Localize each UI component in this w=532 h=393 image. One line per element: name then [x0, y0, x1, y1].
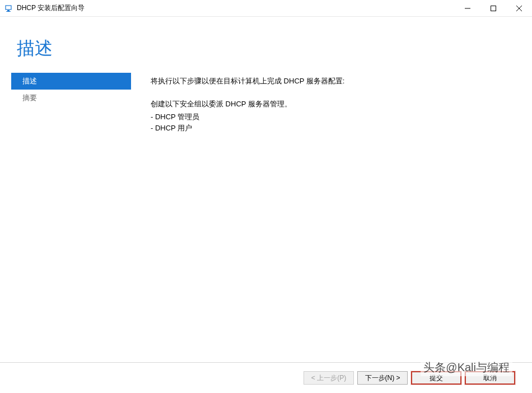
svg-rect-2	[6, 11, 11, 12]
minimize-button[interactable]	[455, 0, 480, 17]
sidebar-item-summary[interactable]: 摘要	[11, 90, 131, 106]
next-button[interactable]: 下一步(N) >	[357, 371, 408, 385]
window-title: DHCP 安装后配置向导	[17, 3, 455, 13]
main-content: 描述 摘要 将执行以下步骤以便在目标计算机上完成 DHCP 服务器配置: 创建以…	[0, 73, 532, 134]
content-panel: 将执行以下步骤以便在目标计算机上完成 DHCP 服务器配置: 创建以下安全组以委…	[131, 73, 515, 134]
wizard-steps-sidebar: 描述 摘要	[11, 73, 131, 134]
page-title: 描述	[17, 36, 532, 61]
intro-text: 将执行以下步骤以便在目标计算机上完成 DHCP 服务器配置:	[151, 76, 515, 87]
svg-rect-1	[7, 10, 10, 11]
header: 描述	[0, 17, 532, 73]
sidebar-item-label: 摘要	[22, 93, 37, 102]
svg-rect-4	[491, 6, 496, 11]
groups-intro-text: 创建以下安全组以委派 DHCP 服务器管理。	[151, 99, 515, 110]
list-item: - DHCP 管理员	[151, 111, 515, 123]
button-label: 下一步(N) >	[365, 373, 400, 383]
svg-rect-0	[6, 6, 11, 10]
titlebar[interactable]: DHCP 安装后配置向导	[0, 0, 532, 17]
watermark: 头条@Kali与编程	[421, 359, 512, 376]
previous-button: < 上一步(P)	[304, 371, 354, 385]
list-item: - DHCP 用户	[151, 123, 515, 134]
button-label: < 上一步(P)	[311, 373, 346, 383]
app-icon	[4, 4, 13, 13]
sidebar-item-label: 描述	[22, 77, 37, 85]
sidebar-item-description[interactable]: 描述	[11, 73, 131, 90]
window-controls	[455, 0, 532, 16]
maximize-button[interactable]	[480, 0, 506, 17]
close-button[interactable]	[506, 0, 532, 17]
groups-list: - DHCP 管理员 - DHCP 用户	[151, 111, 515, 135]
